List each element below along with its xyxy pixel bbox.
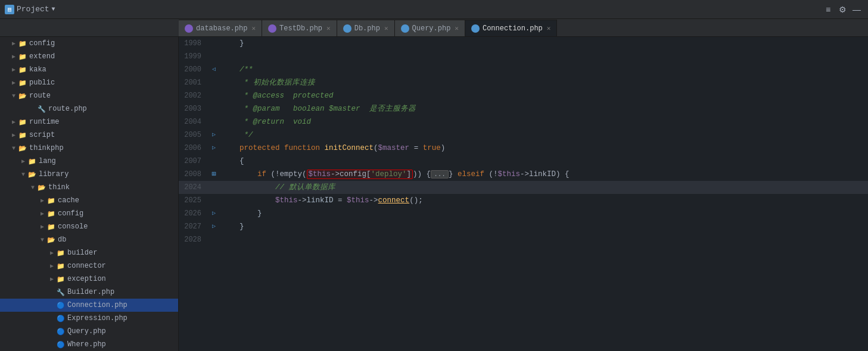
sidebar-item-runtime[interactable]: ▶ 📁 runtime	[0, 115, 178, 129]
line-gutter: ⊞	[209, 168, 219, 181]
sidebar-item-script[interactable]: ▶ 📁 script	[0, 129, 178, 142]
line-code: /**	[219, 63, 253, 76]
sidebar-label: route	[29, 92, 51, 100]
arrow-icon: ▶	[10, 40, 18, 47]
tab-close-connection[interactable]: ✕	[547, 24, 551, 32]
main-layout: ▶ 📁 config ▶ 📁 extend ▶ 📁 kaka ▶ 📁 publi…	[0, 37, 868, 351]
tab-label-connection: Connection.php	[483, 24, 543, 33]
php-file-icon: 🔧	[37, 105, 46, 113]
title-actions: ≡ ⚙ —	[822, 3, 863, 16]
tab-close-testdb[interactable]: ✕	[326, 24, 331, 32]
sidebar-item-builder-php[interactable]: 🔧 Builder.php	[0, 286, 178, 299]
folder-icon: 📁	[18, 66, 27, 74]
folder-open-icon: 📂	[18, 92, 27, 100]
folder-icon: 📁	[27, 158, 37, 165]
gutter-expand-icon[interactable]: ⊞	[211, 168, 216, 181]
minimize-button[interactable]: —	[850, 3, 863, 16]
tab-icon-db	[343, 24, 351, 33]
folded-code[interactable]: ...	[431, 170, 449, 178]
line-code: }	[219, 220, 244, 233]
code-line-1999: 1999	[179, 50, 868, 63]
sidebar-item-public[interactable]: ▶ 📁 public	[0, 76, 178, 89]
php-file-icon: 🔵	[56, 302, 66, 309]
sidebar-item-builder-folder[interactable]: ▶ 📁 builder	[0, 246, 178, 259]
code-line-2025: 2025 $this->linkID = $this->connect();	[179, 194, 868, 207]
sidebar-item-route[interactable]: ▼ 📂 route	[0, 89, 178, 102]
sidebar-label: builder	[67, 249, 97, 257]
folder-icon: 📁	[18, 131, 27, 139]
folder-icon: 📁	[18, 79, 27, 87]
folder-icon: 📁	[18, 40, 27, 48]
tab-close-query[interactable]: ✕	[455, 24, 459, 32]
folder-icon: 📁	[18, 118, 27, 126]
tab-database[interactable]: database.php ✕	[179, 20, 262, 36]
code-line-2024: 2024 // 默认单数据库	[179, 181, 868, 194]
code-line-2004: 2004 * @return void	[179, 115, 868, 129]
sidebar-item-config2[interactable]: ▶ 📁 config	[0, 207, 178, 220]
sidebar[interactable]: ▶ 📁 config ▶ 📁 extend ▶ 📁 kaka ▶ 📁 publi…	[0, 37, 179, 351]
sidebar-item-cache[interactable]: ▶ 📁 cache	[0, 194, 178, 207]
folder-icon: 📁	[18, 53, 27, 61]
arrow-icon: ▶	[48, 275, 56, 283]
project-label-area: ▤ Project ▼	[5, 5, 124, 14]
sidebar-label: config	[58, 209, 83, 218]
sidebar-item-route-php[interactable]: 🔧 route.php	[0, 102, 178, 115]
folder-open-icon: 📂	[37, 184, 46, 192]
folder-open-icon: 📂	[18, 145, 27, 152]
arrow-icon: ▶	[38, 210, 46, 217]
sidebar-item-kaka[interactable]: ▶ 📁 kaka	[0, 63, 178, 76]
sidebar-item-exception-folder[interactable]: ▶ 📁 exception	[0, 272, 178, 286]
sidebar-label: public	[29, 79, 55, 87]
sidebar-label: kaka	[29, 65, 46, 74]
project-dropdown-icon[interactable]: ▼	[52, 6, 55, 12]
settings-button[interactable]: ⚙	[836, 3, 849, 16]
php-file-icon: 🔵	[56, 341, 66, 349]
sidebar-label: cache	[58, 196, 79, 205]
line-number: 2003	[179, 102, 209, 115]
line-code: * @access protected	[219, 89, 334, 102]
arrow-icon: ▶	[10, 79, 18, 86]
arrow-icon: ▶	[10, 118, 18, 126]
line-number: 2006	[179, 142, 209, 155]
line-number: 2028	[179, 233, 209, 246]
sidebar-item-console[interactable]: ▶ 📁 console	[0, 220, 178, 233]
tab-label-query: Query.php	[412, 24, 451, 33]
sidebar-item-extend[interactable]: ▶ 📁 extend	[0, 50, 178, 63]
tab-testdb[interactable]: TestDb.php ✕	[262, 20, 337, 36]
highlight-this-config-deploy: $this->config['deploy']	[307, 170, 413, 179]
php-file-icon: 🔧	[56, 289, 66, 296]
tabs-bar: database.php ✕ TestDb.php ✕ Db.php ✕ Que…	[0, 19, 868, 37]
sidebar-item-expression-php[interactable]: 🔵 Expression.php	[0, 312, 178, 325]
line-code: * @return void	[219, 115, 311, 129]
sidebar-item-thinkphp[interactable]: ▼ 📂 thinkphp	[0, 142, 178, 155]
title-bar: ▤ Project ▼ ≡ ⚙ —	[0, 0, 868, 19]
arrow-icon: ▶	[48, 249, 56, 256]
folder-icon: 📁	[46, 210, 56, 218]
tab-label-database: database.php	[196, 24, 247, 33]
folder-icon: 📁	[56, 275, 66, 283]
code-line-2003: 2003 * @param boolean $master 是否主服务器	[179, 102, 868, 115]
sidebar-label: console	[58, 222, 88, 231]
tab-connection[interactable]: Connection.php ✕	[465, 20, 557, 36]
sidebar-item-connector[interactable]: ▶ 📁 connector	[0, 259, 178, 272]
sidebar-item-db[interactable]: ▼ 📂 db	[0, 233, 178, 246]
gutter-fold-icon: ▷	[212, 129, 216, 142]
tab-close-database[interactable]: ✕	[251, 24, 256, 32]
sidebar-item-lang[interactable]: ▶ 📁 lang	[0, 155, 178, 168]
sidebar-item-library[interactable]: ▼ 📂 library	[0, 168, 178, 181]
tab-query[interactable]: Query.php ✕	[395, 20, 465, 36]
line-number: 2027	[179, 220, 209, 233]
sidebar-item-query-php[interactable]: 🔵 Query.php	[0, 325, 178, 338]
php-file-icon: 🔵	[56, 328, 66, 336]
layout-button[interactable]: ≡	[822, 3, 835, 16]
sidebar-item-think[interactable]: ▼ 📂 think	[0, 181, 178, 194]
tab-close-db[interactable]: ✕	[384, 24, 388, 32]
tab-db[interactable]: Db.php ✕	[337, 20, 395, 36]
sidebar-item-config[interactable]: ▶ 📁 config	[0, 37, 178, 50]
sidebar-item-where-php[interactable]: 🔵 Where.php	[0, 338, 178, 351]
sidebar-item-connection-php[interactable]: 🔵 Connection.php	[0, 299, 178, 312]
line-gutter: ▷	[209, 142, 219, 155]
code-area[interactable]: 1998 } 1999 2000 ◁ /** 2001 *	[179, 37, 868, 351]
project-icon: ▤	[5, 5, 14, 14]
line-code: }	[219, 37, 244, 50]
